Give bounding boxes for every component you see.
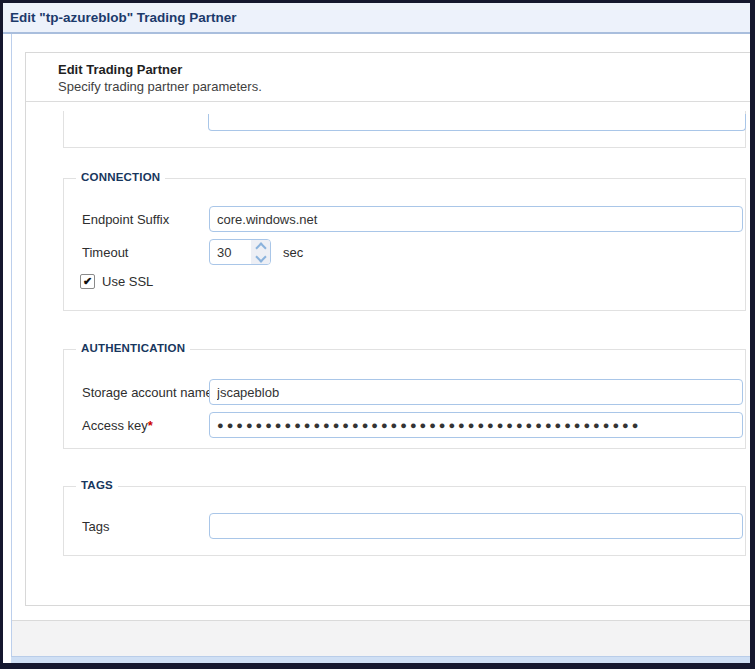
fieldset-tags: TAGS Tags [63,486,746,556]
fieldset-connection: CONNECTION Endpoint Suffix Timeout 30 [63,178,746,311]
timeout-down-button[interactable] [251,252,270,264]
use-ssl-label: Use SSL [102,274,153,289]
dialog-bottom-edge [11,656,755,664]
panel-divider [26,101,754,102]
endpoint-suffix-input[interactable] [209,206,743,232]
storage-account-row: Storage account name* [82,379,743,405]
window-title: Edit "tp-azureblob" Trading Partner [10,8,237,25]
timeout-stepper-buttons [251,240,270,264]
tags-row: Tags [82,513,743,539]
access-key-input[interactable] [209,412,743,438]
storage-account-input[interactable] [209,379,743,405]
timeout-row: Timeout 30 sec [82,239,743,265]
storage-account-label: Storage account name* [82,385,209,400]
timeout-value[interactable]: 30 [210,240,251,264]
window-titlebar: Edit "tp-azureblob" Trading Partner [0,0,755,34]
panel-subheading: Specify trading partner parameters. [58,79,262,94]
chevron-down-icon [255,251,266,262]
tags-input[interactable] [209,513,743,539]
endpoint-suffix-row: Endpoint Suffix [82,206,743,232]
tags-legend: TAGS [76,479,118,491]
required-marker: * [148,418,153,433]
access-key-row: Access key* [82,412,743,438]
edit-trading-partner-panel: Edit Trading Partner Specify trading par… [25,52,755,606]
timeout-unit-label: sec [283,245,303,260]
endpoint-suffix-label: Endpoint Suffix [82,212,209,227]
checkmark-icon: ✔ [83,276,92,287]
timeout-stepper[interactable]: 30 [209,239,271,265]
dialog-border [11,34,12,663]
edit-trading-partner-window: Edit "tp-azureblob" Trading Partner Edit… [0,0,755,669]
use-ssl-row: ✔ Use SSL [80,273,153,289]
fieldset-authentication: AUTHENTICATION Storage account name* Acc… [63,349,746,449]
connection-legend: CONNECTION [76,171,165,183]
tags-label: Tags [82,519,209,534]
use-ssl-checkbox[interactable]: ✔ [80,274,95,289]
timeout-label: Timeout [82,245,209,260]
dialog-footer [12,620,755,657]
panel-heading: Edit Trading Partner [58,62,182,77]
partial-input-fragment[interactable] [208,114,746,131]
access-key-label: Access key* [82,418,209,433]
authentication-legend: AUTHENTICATION [76,342,190,354]
